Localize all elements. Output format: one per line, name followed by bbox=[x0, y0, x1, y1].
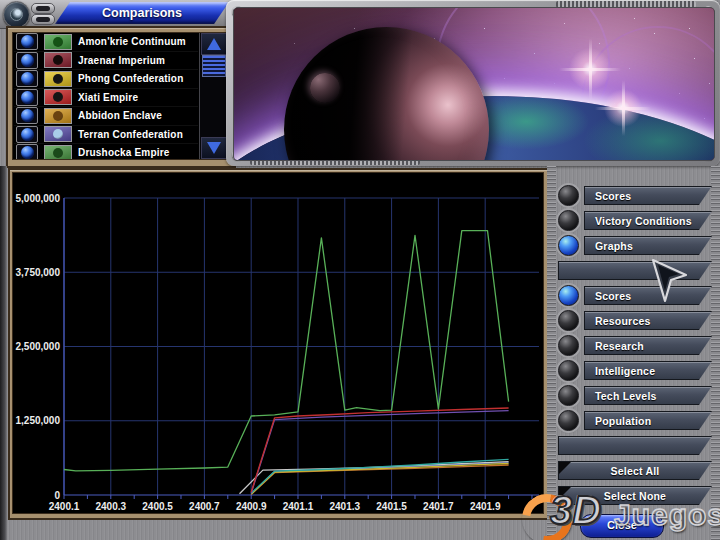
x-axis-label: 2400.9 bbox=[236, 501, 267, 512]
button-row: Population bbox=[558, 411, 712, 430]
button-tech-levels[interactable]: Tech Levels bbox=[584, 386, 712, 405]
arrow-up-icon bbox=[207, 38, 221, 50]
button-select-none[interactable]: Select None bbox=[558, 486, 712, 505]
empire-list-scrollbar[interactable] bbox=[199, 33, 227, 159]
orb-icon bbox=[10, 8, 23, 21]
scroll-down-button[interactable] bbox=[201, 137, 227, 159]
empire-flag-icon bbox=[44, 52, 72, 68]
left-edge-trim bbox=[0, 166, 7, 540]
empire-flag-icon bbox=[44, 108, 72, 124]
empire-row-terran-confederation[interactable]: Terran Confederation bbox=[14, 126, 198, 145]
graph-canvas: 5,000,0003,750,0002,500,0001,250,0000240… bbox=[12, 172, 544, 514]
button-scores[interactable]: Scores bbox=[584, 286, 712, 305]
x-axis-label: 2401.3 bbox=[329, 501, 360, 512]
right-panel-rail-left bbox=[547, 166, 556, 540]
button-select-all[interactable]: Select All bbox=[558, 461, 712, 480]
empire-toggle[interactable] bbox=[16, 107, 38, 124]
x-axis-label: 2401.7 bbox=[423, 501, 454, 512]
scrollbar-thumb[interactable] bbox=[202, 55, 226, 77]
graph-panel: 5,000,0003,750,0002,500,0001,250,0000240… bbox=[8, 168, 550, 520]
empire-row-drushocka-empire[interactable]: Drushocka Empire bbox=[14, 144, 198, 159]
close-button[interactable]: Close bbox=[580, 514, 664, 538]
space-scene bbox=[233, 7, 715, 161]
x-axis-label: 2400.1 bbox=[49, 501, 80, 512]
empire-row-phong-confederation[interactable]: Phong Confederation bbox=[14, 70, 198, 89]
empire-name: Drushocka Empire bbox=[78, 147, 170, 158]
led-research[interactable] bbox=[558, 335, 579, 356]
vent-grille-bottom bbox=[31, 14, 55, 25]
flag-emblem bbox=[53, 55, 63, 65]
empire-name: Terran Confederation bbox=[78, 129, 183, 140]
empire-list-panel: Amon'krie ContinuumJraenar ImperiumPhong… bbox=[6, 26, 236, 168]
empire-flag-icon bbox=[44, 89, 72, 105]
led-scores[interactable] bbox=[558, 285, 579, 306]
empire-toggle[interactable] bbox=[16, 70, 38, 87]
button-population[interactable]: Population bbox=[584, 411, 712, 430]
led-resources[interactable] bbox=[558, 310, 579, 331]
arrow-down-icon bbox=[207, 142, 221, 154]
button-research[interactable]: Research bbox=[584, 336, 712, 355]
empire-row-amon-krie-continuum[interactable]: Amon'krie Continuum bbox=[14, 33, 198, 52]
led-victory-conditions[interactable] bbox=[558, 210, 579, 231]
empire-row-xiati-empire[interactable]: Xiati Empire bbox=[14, 89, 198, 108]
flag-emblem bbox=[53, 92, 63, 102]
empire-flag-icon bbox=[44, 34, 72, 50]
led-graphs[interactable] bbox=[558, 235, 579, 256]
empire-toggle[interactable] bbox=[16, 89, 38, 106]
y-axis-label: 0 bbox=[54, 490, 60, 501]
blank-bar bbox=[558, 261, 712, 280]
right-panel-rail-right bbox=[711, 166, 720, 540]
right-button-stack: ScoresVictory ConditionsGraphsScoresReso… bbox=[558, 186, 712, 511]
series-empire-green bbox=[64, 231, 509, 471]
title-bar: Comparisons bbox=[0, 0, 236, 29]
empire-toggle[interactable] bbox=[16, 52, 38, 69]
blue-orb-icon bbox=[21, 72, 34, 85]
flag-emblem bbox=[53, 129, 63, 139]
x-axis-label: 2400.5 bbox=[142, 501, 173, 512]
empire-toggle[interactable] bbox=[16, 144, 38, 159]
y-axis-label: 2,500,000 bbox=[16, 341, 61, 352]
empire-flag-icon bbox=[44, 71, 72, 87]
orb-menu-button[interactable] bbox=[3, 1, 30, 28]
blank-bar bbox=[558, 436, 712, 455]
score-graph: 5,000,0003,750,0002,500,0001,250,0000240… bbox=[13, 173, 543, 513]
button-scores[interactable]: Scores bbox=[584, 186, 712, 205]
empire-name: Xiati Empire bbox=[78, 92, 138, 103]
button-row: Scores bbox=[558, 186, 712, 205]
led-scores[interactable] bbox=[558, 185, 579, 206]
empire-name: Jraenar Imperium bbox=[78, 55, 165, 66]
empire-toggle[interactable] bbox=[16, 33, 38, 50]
led-population[interactable] bbox=[558, 410, 579, 431]
blue-orb-icon bbox=[21, 35, 34, 48]
x-axis-label: 2400.3 bbox=[96, 501, 127, 512]
flag-emblem bbox=[53, 111, 63, 121]
button-resources[interactable]: Resources bbox=[584, 311, 712, 330]
button-row bbox=[558, 261, 712, 280]
button-graphs[interactable]: Graphs bbox=[584, 236, 712, 255]
button-row bbox=[558, 436, 712, 455]
stars bbox=[234, 8, 235, 9]
empire-flag-icon bbox=[44, 126, 72, 142]
window-title: Comparisons bbox=[55, 2, 229, 24]
empire-row-jraenar-imperium[interactable]: Jraenar Imperium bbox=[14, 52, 198, 71]
x-axis-label: 2401.1 bbox=[283, 501, 314, 512]
empire-row-abbidon-enclave[interactable]: Abbidon Enclave bbox=[14, 107, 198, 126]
button-row: Tech Levels bbox=[558, 386, 712, 405]
scroll-up-button[interactable] bbox=[201, 33, 227, 55]
vent-grille-top bbox=[31, 3, 55, 14]
series-empire-yellow bbox=[251, 464, 508, 495]
button-row: Graphs bbox=[558, 236, 712, 255]
button-row: Scores bbox=[558, 286, 712, 305]
button-victory-conditions[interactable]: Victory Conditions bbox=[584, 211, 712, 230]
button-row: Victory Conditions bbox=[558, 211, 712, 230]
led-intelligence[interactable] bbox=[558, 360, 579, 381]
flag-emblem bbox=[53, 148, 63, 158]
flag-emblem bbox=[53, 74, 63, 84]
empire-toggle[interactable] bbox=[16, 126, 38, 143]
empire-list-box: Amon'krie ContinuumJraenar ImperiumPhong… bbox=[12, 32, 228, 160]
led-tech-levels[interactable] bbox=[558, 385, 579, 406]
button-intelligence[interactable]: Intelligence bbox=[584, 361, 712, 380]
series-empire-violet bbox=[251, 411, 508, 494]
blue-orb-icon bbox=[21, 109, 34, 122]
x-axis-label: 2401.5 bbox=[376, 501, 407, 512]
